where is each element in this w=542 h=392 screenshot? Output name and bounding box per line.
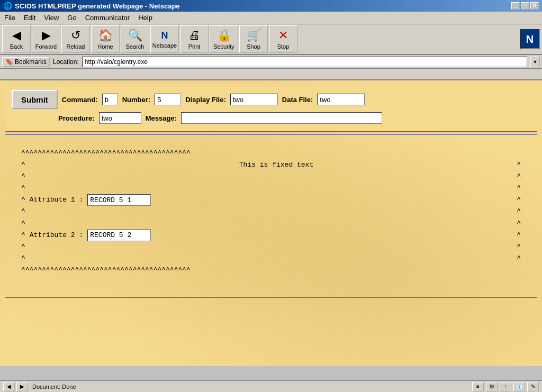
form-area: Submit Command: Number: Display File: Da… bbox=[5, 86, 537, 132]
procedure-input[interactable] bbox=[99, 112, 141, 124]
shop-icon: 🛒 bbox=[247, 29, 261, 42]
attribute2-label-text: Attribute 2 : bbox=[30, 230, 83, 241]
home-icon: 🏠 bbox=[98, 29, 113, 42]
shop-label: Shop bbox=[247, 43, 260, 50]
display-file-input[interactable] bbox=[230, 94, 278, 105]
app-icon: 🌐 bbox=[3, 2, 12, 10]
caret-left-5: ^ bbox=[21, 206, 25, 217]
bookmark-bar bbox=[0, 69, 542, 80]
toolbar: ◀ Back ▶ Forward ↺ Reload 🏠 Home 🔍 Searc… bbox=[0, 24, 542, 55]
close-button[interactable]: ✕ bbox=[530, 2, 539, 10]
caret-right-8: ^ bbox=[517, 241, 521, 253]
caret-right-1: ^ bbox=[517, 159, 521, 171]
search-button[interactable]: 🔍 Search bbox=[121, 25, 149, 53]
security-button[interactable]: 🔒 Security bbox=[210, 25, 238, 53]
search-icon: 🔍 bbox=[128, 29, 142, 42]
location-label: Location: bbox=[53, 58, 79, 66]
home-label: Home bbox=[97, 43, 113, 50]
stop-button[interactable]: ✕ Stop bbox=[269, 25, 297, 53]
security-icon: 🔒 bbox=[217, 29, 231, 42]
caret-left-9: ^ bbox=[21, 253, 25, 265]
back-icon: ◀ bbox=[12, 29, 21, 42]
caret-right-6: ^ bbox=[517, 218, 521, 230]
form-row-2: Procedure: Message: bbox=[12, 112, 530, 124]
netscape-logo-btn[interactable]: N bbox=[520, 29, 540, 49]
home-button[interactable]: 🏠 Home bbox=[91, 25, 120, 53]
blank-line-5: ^ ^ bbox=[21, 241, 521, 253]
blank-line-2: ^ ^ bbox=[21, 183, 521, 194]
number-label: Number: bbox=[122, 96, 150, 104]
attribute1-line: ^ Attribute 1 : ^ bbox=[21, 194, 521, 206]
fixed-text: This is fixed text bbox=[30, 159, 512, 171]
forward-label: Forward bbox=[35, 43, 57, 50]
minimize-button[interactable]: _ bbox=[511, 2, 520, 10]
reload-icon: ↺ bbox=[71, 29, 80, 42]
attribute2-line: ^ Attribute 2 : ^ bbox=[21, 230, 521, 241]
caret-row-top: ^^^^^^^^^^^^^^^^^^^^^^^^^^^^^^^^^^^^^^^^… bbox=[21, 148, 191, 159]
message-input[interactable] bbox=[181, 112, 382, 124]
blank-line-1: ^ ^ bbox=[21, 171, 521, 183]
security-label: Security bbox=[213, 43, 234, 50]
number-input[interactable] bbox=[155, 94, 181, 105]
forward-icon: ▶ bbox=[42, 29, 51, 42]
caret-right-9: ^ bbox=[517, 253, 521, 265]
window-controls[interactable]: _ □ ✕ bbox=[511, 2, 539, 10]
netscape-logo-icon: N bbox=[526, 33, 534, 45]
bookmark-icon: 🔖 bbox=[5, 58, 13, 66]
caret-right-2: ^ bbox=[517, 171, 521, 183]
submit-button[interactable]: Submit bbox=[12, 90, 58, 109]
menu-edit[interactable]: Edit bbox=[20, 13, 40, 23]
netscape1-button[interactable]: N Netscape bbox=[150, 25, 179, 53]
caret-right-5: ^ bbox=[517, 206, 521, 217]
menu-view[interactable]: View bbox=[40, 13, 63, 23]
bookmarks-button[interactable]: 🔖 Bookmarks bbox=[2, 57, 50, 67]
print-label: Print bbox=[188, 43, 201, 50]
caret-top-line: ^^^^^^^^^^^^^^^^^^^^^^^^^^^^^^^^^^^^^^^^… bbox=[21, 148, 521, 159]
shop-button[interactable]: 🛒 Shop bbox=[239, 25, 268, 53]
blank-line-6: ^ ^ bbox=[21, 253, 521, 265]
netscape1-icon: N bbox=[161, 30, 168, 41]
caret-left-2: ^ bbox=[21, 171, 25, 183]
location-bar: 🔖 Bookmarks Location: ▼ bbox=[0, 55, 542, 69]
maximize-button[interactable]: □ bbox=[521, 2, 529, 10]
print-icon: 🖨 bbox=[188, 29, 200, 42]
forward-button[interactable]: ▶ Forward bbox=[32, 25, 60, 53]
menu-help[interactable]: Help bbox=[134, 13, 157, 23]
location-input[interactable] bbox=[82, 57, 527, 67]
netscape1-label: Netscape bbox=[152, 42, 177, 49]
reload-label: Reload bbox=[67, 43, 85, 50]
blank-line-3: ^ ^ bbox=[21, 206, 521, 217]
stop-label: Stop bbox=[277, 43, 290, 50]
command-label: Command: bbox=[62, 96, 98, 104]
menu-communicator[interactable]: Communicator bbox=[81, 13, 134, 23]
bottom-divider bbox=[5, 297, 537, 298]
procedure-label: Procedure: bbox=[58, 114, 95, 122]
menu-go[interactable]: Go bbox=[63, 13, 80, 23]
message-label: Message: bbox=[146, 114, 177, 122]
location-dropdown[interactable]: ▼ bbox=[530, 57, 540, 67]
attribute1-input[interactable] bbox=[87, 194, 151, 206]
command-input[interactable] bbox=[102, 94, 118, 105]
mono-area: ^^^^^^^^^^^^^^^^^^^^^^^^^^^^^^^^^^^^^^^^… bbox=[5, 137, 537, 287]
caret-bottom-line: ^^^^^^^^^^^^^^^^^^^^^^^^^^^^^^^^^^^^^^^^… bbox=[21, 265, 521, 276]
back-button[interactable]: ◀ Back bbox=[2, 25, 31, 53]
form-row-1: Submit Command: Number: Display File: Da… bbox=[12, 90, 530, 109]
back-label: Back bbox=[10, 43, 23, 50]
window-title-bar: 🌐 SCIOS HTMLPREP generated Webpage - Net… bbox=[0, 0, 542, 12]
fixed-text-line: ^ This is fixed text ^ bbox=[21, 159, 521, 171]
caret-row-bottom: ^^^^^^^^^^^^^^^^^^^^^^^^^^^^^^^^^^^^^^^^… bbox=[21, 265, 191, 276]
caret-left-1: ^ bbox=[21, 159, 25, 171]
attribute2-input[interactable] bbox=[87, 230, 151, 241]
netscape-logo: N bbox=[520, 29, 540, 49]
display-file-label: Display File: bbox=[185, 96, 226, 104]
caret-left-7: ^ bbox=[21, 230, 25, 241]
menu-file[interactable]: File bbox=[0, 13, 20, 23]
reload-button[interactable]: ↺ Reload bbox=[61, 25, 90, 53]
data-file-input[interactable] bbox=[317, 94, 365, 105]
print-button[interactable]: 🖨 Print bbox=[180, 25, 209, 53]
stop-icon: ✕ bbox=[278, 29, 288, 42]
caret-left-6: ^ bbox=[21, 218, 25, 230]
caret-right-3: ^ bbox=[517, 183, 521, 194]
top-divider bbox=[5, 134, 537, 135]
window-title: SCIOS HTMLPREP generated Webpage - Netsc… bbox=[15, 2, 180, 10]
